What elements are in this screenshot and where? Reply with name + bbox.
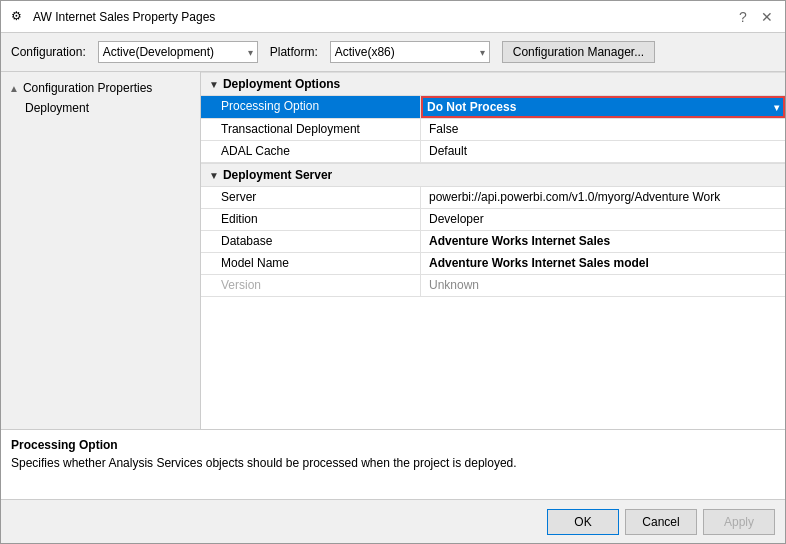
config-value: Active(Development) [103,45,214,59]
description-text: Specifies whether Analysis Services obje… [11,456,775,470]
deployment-server-header: ▼ Deployment Server [201,163,785,187]
config-row: Configuration: Active(Development) ▾ Pla… [1,33,785,72]
deployment-server-title: Deployment Server [223,168,332,182]
sidebar: ▲ Configuration Properties Deployment [1,72,201,429]
help-button[interactable]: ? [735,9,751,25]
property-row-adal[interactable]: ADAL Cache Default [201,141,785,163]
title-bar-left: ⚙ AW Internet Sales Property Pages [11,9,215,25]
platform-label: Platform: [270,45,318,59]
description-area: Processing Option Specifies whether Anal… [1,429,785,499]
ok-button[interactable]: OK [547,509,619,535]
sidebar-group-header[interactable]: ▲ Configuration Properties [1,78,200,98]
description-title: Processing Option [11,438,775,452]
prop-value-transactional: False [421,119,785,140]
sidebar-group-label: Configuration Properties [23,81,152,95]
sidebar-group-config: ▲ Configuration Properties Deployment [1,76,200,120]
dialog-window: ⚙ AW Internet Sales Property Pages ? ✕ C… [0,0,786,544]
prop-name-server: Server [201,187,421,208]
property-row-version[interactable]: Version Unknown [201,275,785,297]
property-row-database[interactable]: Database Adventure Works Internet Sales [201,231,785,253]
platform-dropdown-arrow: ▾ [480,47,485,58]
dialog-title: AW Internet Sales Property Pages [33,10,215,24]
property-row-transactional[interactable]: Transactional Deployment False [201,119,785,141]
prop-name-database: Database [201,231,421,252]
cancel-button[interactable]: Cancel [625,509,697,535]
apply-button[interactable]: Apply [703,509,775,535]
config-label: Configuration: [11,45,86,59]
property-panel: ▼ Deployment Options Processing Option D… [201,72,785,429]
prop-value-processing-option[interactable]: Do Not Process ▾ [421,96,785,118]
prop-value-version: Unknown [421,275,785,296]
deployment-server-collapse-icon[interactable]: ▼ [209,170,219,181]
prop-name-edition: Edition [201,209,421,230]
footer: OK Cancel Apply [1,499,785,543]
title-bar: ⚙ AW Internet Sales Property Pages ? ✕ [1,1,785,33]
prop-name-transactional: Transactional Deployment [201,119,421,140]
sidebar-item-deployment[interactable]: Deployment [1,98,200,118]
deployment-options-collapse-icon[interactable]: ▼ [209,79,219,90]
deployment-options-title: Deployment Options [223,77,340,91]
prop-name-model-name: Model Name [201,253,421,274]
platform-dropdown[interactable]: Active(x86) ▾ [330,41,490,63]
sidebar-expand-icon: ▲ [9,83,19,94]
property-row-model-name[interactable]: Model Name Adventure Works Internet Sale… [201,253,785,275]
prop-name-version: Version [201,275,421,296]
prop-value-server: powerbi://api.powerbi.com/v1.0/myorg/Adv… [421,187,785,208]
prop-name-processing-option: Processing Option [201,96,421,118]
prop-value-model-name: Adventure Works Internet Sales model [421,253,785,274]
configuration-manager-button[interactable]: Configuration Manager... [502,41,655,63]
prop-value-adal: Default [421,141,785,162]
property-row-server[interactable]: Server powerbi://api.powerbi.com/v1.0/my… [201,187,785,209]
config-dropdown-arrow: ▾ [248,47,253,58]
property-row-processing-option[interactable]: Processing Option Do Not Process ▾ [201,96,785,119]
prop-name-adal: ADAL Cache [201,141,421,162]
platform-value: Active(x86) [335,45,395,59]
property-row-edition[interactable]: Edition Developer [201,209,785,231]
deployment-options-header: ▼ Deployment Options [201,72,785,96]
close-button[interactable]: ✕ [759,9,775,25]
main-content: ▲ Configuration Properties Deployment ▼ … [1,72,785,429]
configuration-dropdown[interactable]: Active(Development) ▾ [98,41,258,63]
processing-option-value: Do Not Process [427,100,516,114]
processing-option-arrow: ▾ [774,102,779,113]
prop-value-database: Adventure Works Internet Sales [421,231,785,252]
title-bar-controls: ? ✕ [735,9,775,25]
dialog-icon: ⚙ [11,9,27,25]
prop-value-edition: Developer [421,209,785,230]
